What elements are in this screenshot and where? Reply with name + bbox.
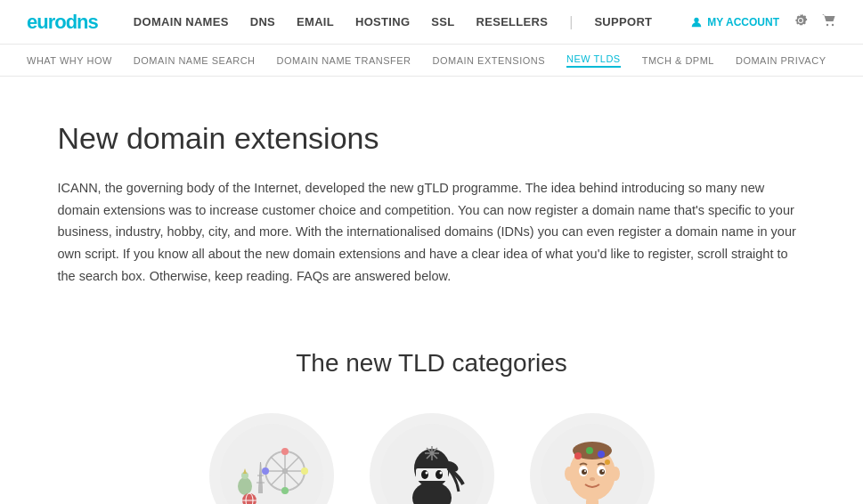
svg-rect-54 <box>586 499 598 504</box>
nav-divider: | <box>569 14 573 30</box>
nav-item-dns[interactable]: DNS <box>250 15 275 28</box>
svg-point-45 <box>582 469 587 475</box>
subnav-domain-extensions[interactable]: DOMAIN EXTENSIONS <box>433 55 545 66</box>
sub-navigation: WHAT WHY HOW DOMAIN NAME SEARCH DOMAIN N… <box>0 45 863 77</box>
svg-point-52 <box>598 451 605 458</box>
my-account-button[interactable]: MY ACCOUNT <box>690 16 779 28</box>
svg-point-0 <box>695 17 699 21</box>
tld-section-title: The new TLD categories <box>58 349 806 378</box>
svg-point-48 <box>602 470 604 472</box>
page-title: New domain extensions <box>58 121 806 156</box>
svg-rect-27 <box>416 468 448 481</box>
svg-point-2 <box>832 23 834 25</box>
tld-category-geographic <box>209 413 334 504</box>
logo[interactable]: eurodns <box>27 11 98 34</box>
svg-point-10 <box>281 448 289 455</box>
nav-item-domain-names[interactable]: DOMAIN NAMES <box>134 15 229 28</box>
settings-icon[interactable] <box>794 13 808 31</box>
tld-icon-generic <box>370 413 494 504</box>
nav-item-ssl[interactable]: SSL <box>431 15 454 28</box>
top-navigation: eurodns DOMAIN NAMES DNS EMAIL HOSTING S… <box>0 0 863 45</box>
page-body-text: ICANN, the governing body of the Interne… <box>58 177 806 287</box>
svg-point-13 <box>301 467 308 475</box>
svg-point-11 <box>281 487 289 494</box>
svg-point-49 <box>590 477 595 481</box>
subnav-domain-privacy[interactable]: DOMAIN PRIVACY <box>736 55 826 66</box>
svg-point-30 <box>425 472 427 475</box>
nav-item-hosting[interactable]: HOSTING <box>355 15 410 28</box>
nav-right: MY ACCOUNT <box>690 13 836 31</box>
user-icon <box>690 16 703 28</box>
nav-item-resellers[interactable]: RESELLERS <box>476 15 549 28</box>
my-account-label: MY ACCOUNT <box>707 16 779 28</box>
main-nav-items: DOMAIN NAMES DNS EMAIL HOSTING SSL RESEL… <box>134 14 691 30</box>
svg-point-47 <box>584 470 586 472</box>
tld-icon-community <box>530 413 655 504</box>
subnav-tmch-dpml[interactable]: TMCH & DPML <box>642 55 714 66</box>
svg-point-1 <box>826 23 828 25</box>
tld-category-community <box>530 413 655 504</box>
tld-categories-section: The new TLD categories <box>58 349 806 504</box>
svg-point-53 <box>605 459 610 465</box>
svg-point-12 <box>262 467 269 475</box>
subnav-what-why-how[interactable]: WHAT WHY HOW <box>27 55 112 66</box>
svg-point-3 <box>220 424 323 504</box>
svg-point-46 <box>599 469 605 475</box>
tld-icon-geographic <box>209 413 334 504</box>
svg-point-41 <box>565 467 574 481</box>
svg-point-50 <box>574 452 582 459</box>
subnav-domain-name-transfer[interactable]: DOMAIN NAME TRANSFER <box>277 55 411 66</box>
svg-point-28 <box>421 470 428 479</box>
svg-point-31 <box>439 472 442 475</box>
svg-point-42 <box>611 467 620 481</box>
nav-item-email[interactable]: EMAIL <box>297 15 334 28</box>
svg-point-29 <box>436 470 443 479</box>
subnav-domain-name-search[interactable]: DOMAIN NAME SEARCH <box>134 55 256 66</box>
nav-item-support[interactable]: SUPPORT <box>594 15 652 28</box>
cart-icon[interactable] <box>822 13 836 31</box>
svg-point-51 <box>586 447 593 454</box>
tld-categories-list <box>58 413 806 504</box>
tld-category-generic <box>370 413 494 504</box>
subnav-new-tlds[interactable]: NEW TLDS <box>566 53 621 68</box>
main-content: New domain extensions ICANN, the governi… <box>31 77 833 504</box>
